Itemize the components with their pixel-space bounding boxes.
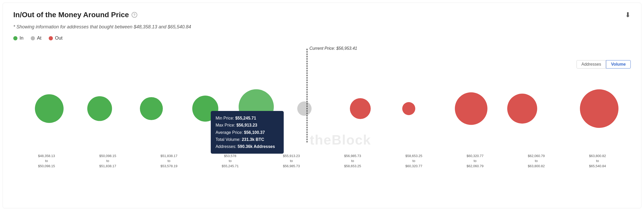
- tooltip-avg-price: Average Price: $56,100.37: [215, 129, 279, 136]
- legend-label-in: In: [20, 35, 23, 41]
- tooltip-total-volume-value: 231.3k BTC: [242, 137, 264, 142]
- bubble-1: [35, 94, 64, 123]
- tooltip-min-price-value: $55,245.71: [235, 116, 256, 120]
- x-label-2: $51,838.17to$53,578.19: [138, 153, 200, 169]
- x-label-7: $60,320.77to$62,060.79: [444, 153, 506, 169]
- download-icon[interactable]: ⬇: [625, 11, 631, 19]
- legend-dot-gray: [31, 36, 35, 40]
- x-label-1: $50,098.15to$51,838.17: [77, 153, 138, 169]
- legend-item-at: At: [31, 35, 41, 41]
- x-label-5: $56,985.73to$58,653.25: [322, 153, 383, 169]
- help-icon[interactable]: ?: [132, 12, 137, 18]
- x-label-9: $63,800.82to$65,540.84: [567, 153, 628, 169]
- tooltip-min-price-label: Min Price:: [215, 116, 235, 120]
- tooltip-avg-price-label: Average Price:: [215, 130, 244, 135]
- x-label-3: $53,578to$55,245.71: [200, 153, 261, 169]
- bubble-10: [507, 94, 537, 124]
- tooltip-min-price: Min Price: $55,245.71: [215, 115, 279, 122]
- legend-dot-red: [49, 36, 53, 40]
- tooltip-addresses: Addresses: 590.36k Addresses: [215, 143, 279, 150]
- legend-dot-green: [13, 36, 17, 40]
- legend-item-out: Out: [49, 35, 63, 41]
- bubble-circle-11: [580, 89, 618, 128]
- x-axis: $48,358.13to$50,098.15 $50,098.15to$51,8…: [13, 153, 631, 169]
- x-label-6: $58,653.25to$60,320.77: [383, 153, 444, 169]
- bubble-8: [402, 102, 415, 115]
- x-label-4: $55,913.23to$56,985.73: [261, 153, 322, 169]
- x-label-8: $62,060.79to$63,800.82: [506, 153, 567, 169]
- bubble-7: [350, 98, 371, 119]
- bubble-11: [580, 89, 618, 128]
- bubble-circle-9: [455, 92, 487, 125]
- bubble-circle-6: [297, 102, 312, 116]
- bubble-9: [455, 92, 487, 125]
- tooltip-avg-price-value: $56,100.37: [244, 130, 265, 135]
- legend-item-in: In: [13, 35, 23, 41]
- bubble-circle-7: [350, 98, 371, 119]
- tooltip-box: Min Price: $55,245.71 Max Price: $56,913…: [211, 111, 284, 154]
- bubble-circle-8: [402, 102, 415, 115]
- legend-label-out: Out: [55, 35, 63, 41]
- bubble-circle-3: [140, 97, 163, 120]
- header-row: In/Out of the Money Around Price ? ⬇: [13, 11, 631, 19]
- legend: In At Out: [13, 35, 631, 41]
- tooltip-total-volume: Total Volume: 231.3k BTC: [215, 136, 279, 143]
- bubble-3: [140, 97, 163, 120]
- subtitle: * Showing information for addresses that…: [13, 24, 631, 30]
- tooltip-max-price: Max Price: $56,913.23: [215, 122, 279, 129]
- current-price-line: Current Price: $56,953.41: [307, 49, 307, 142]
- bubble-2: [87, 96, 112, 121]
- tooltip-addresses-value: 590.36k Addresses: [238, 144, 275, 149]
- bubble-6: [297, 102, 312, 116]
- chart-title: In/Out of the Money Around Price: [13, 11, 129, 19]
- bubble-circle-10: [507, 94, 537, 124]
- bubble-circle-1: [35, 94, 64, 123]
- legend-label-at: At: [37, 35, 41, 41]
- chart-container: In/Out of the Money Around Price ? ⬇ * S…: [3, 3, 641, 208]
- bubble-circle-2: [87, 96, 112, 121]
- title-area: In/Out of the Money Around Price ?: [13, 11, 137, 19]
- current-price-label: Current Price: $56,953.41: [309, 46, 357, 51]
- watermark: theBlock: [310, 132, 371, 148]
- chart-area: theBlock Current Price: $56,953.41 M: [13, 49, 631, 169]
- tooltip-total-volume-label: Total Volume:: [215, 137, 242, 142]
- tooltip-addresses-label: Addresses:: [215, 144, 237, 149]
- tooltip-max-price-label: Max Price:: [215, 123, 236, 127]
- tooltip-max-price-value: $56,913.23: [236, 123, 257, 127]
- x-label-0: $48,358.13to$50,098.15: [16, 153, 77, 169]
